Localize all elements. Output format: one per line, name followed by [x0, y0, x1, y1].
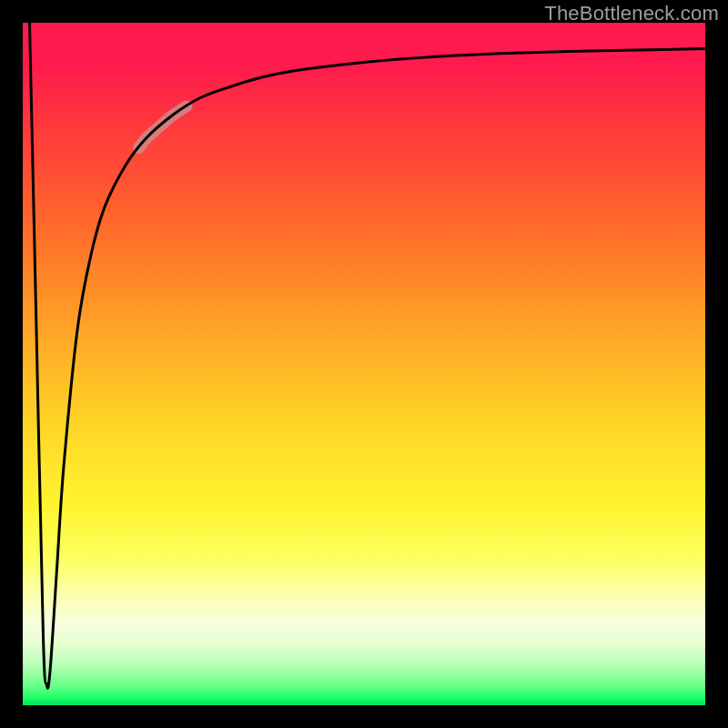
- watermark-text: TheBottleneck.com: [544, 2, 719, 25]
- chart-canvas: TheBottleneck.com: [0, 0, 728, 728]
- curve-highlight-segment: [139, 106, 187, 148]
- plot-area: [23, 23, 705, 705]
- bottleneck-curve-line: [30, 23, 706, 688]
- curve-svg: [23, 23, 705, 705]
